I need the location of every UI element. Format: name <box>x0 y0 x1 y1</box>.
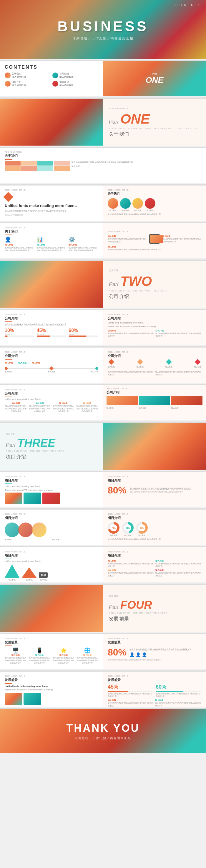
pl-1: 输入标题 <box>106 407 138 409</box>
dev-sub-16: 输入你的内容描述文字输入你的内容描述文字输入你的内容描述文字 <box>108 659 201 661</box>
part-four-subtitle: ADD YOUR TITLE HERE AND YOUR TITLE HERE <box>109 612 200 614</box>
company-desc-8r: Unified fonts make reading more fluent. <box>108 322 201 324</box>
part-four-image <box>0 585 103 632</box>
one-word: ONE <box>120 111 150 127</box>
dev-label-3: 输入标题 <box>53 654 74 657</box>
dev-desc-2: 输入你的内容描述文字输入你的内容描述文字输入你的内容描述文字 <box>29 657 51 664</box>
part-one-small: Part <box>146 72 164 75</box>
dev-desc-4: 输入你的内容描述文字输入你的内容描述文字输入你的内容描述文字 <box>77 657 99 664</box>
fi-label-3: 输入标题 <box>52 402 75 405</box>
add-title-8l: ADD YOUR TITLE <box>5 313 98 315</box>
photo-row-12 <box>5 493 98 504</box>
circle-1 <box>108 198 118 209</box>
about-desc: 输入你的内容描述文字输入你的内容描述文字输入你的内容描述文字 <box>72 161 201 164</box>
dev-unified-right: ADD YOUR TITLE 发展前景 45% 输入你的内容描述文字输入你的内容… <box>103 672 206 707</box>
laptop-icon <box>149 234 160 244</box>
fi-desc-3: 输入你的内容描述文字输入你的内容描述文字输入你的内容描述文字 <box>52 405 75 413</box>
icon-label-3: 输入标题 <box>69 243 98 246</box>
person-row: 👤 👤 👤 <box>129 652 191 657</box>
dev-section-17r: 发展前景 <box>108 678 201 682</box>
grid-cell <box>37 161 53 165</box>
tl-label-3: 输入标题 <box>91 370 98 373</box>
accent-divider <box>5 159 12 160</box>
pbar-fill-1 <box>108 691 128 692</box>
circle-label-1: 输入标题 <box>108 209 118 212</box>
contents-item-2: 公司介绍 输入你的标题 <box>52 72 98 79</box>
il-1: 输入标题 输入你的内容描述文字输入你的内容描述文字输入你的内容描述文字 <box>108 699 154 707</box>
part-two-subtitle: ADD YOUR TITLE HERE AND YOUR TITLE HERE <box>109 290 200 292</box>
tri-label-3: 输入标题 <box>40 579 47 581</box>
add-title-10l: ADD YOUR TITLE <box>5 389 98 391</box>
add-title-16r: ADD YOUR TITLE <box>108 638 201 640</box>
add-title-12l: ADD YOUR TITLE <box>5 475 98 477</box>
col-1: 公司介绍 输入你的内容描述文字输入你的内容描述文字输入你的内容描述文字 <box>108 329 154 338</box>
pbar-bg-1 <box>108 691 153 692</box>
add-title-14r: ADD YOUR TITLE <box>108 551 201 553</box>
contents-item-3: 项目介绍 输入你的标题 <box>5 81 51 87</box>
pct-2: 45% <box>37 328 67 333</box>
dt-diamond-2 <box>137 359 143 365</box>
add-title-16l: ADD YOUR TITLE <box>5 638 98 640</box>
about-input-title: 输入标题 <box>72 165 201 168</box>
donut-label-2: 输入标题 <box>122 534 134 537</box>
thankyou-text: THANK YOU <box>66 722 139 735</box>
bar-3 <box>69 336 86 337</box>
subtitle: 计划总结／工作汇报／商务通用汇报 <box>57 36 148 40</box>
dev-icon-star: ⭐ <box>53 647 74 654</box>
donut-label-1: 输入标题 <box>108 534 120 537</box>
project-section-13: 项目介绍 <box>5 516 98 520</box>
tl-label-1: 输入标题 <box>5 370 12 373</box>
triangles-right: ADD YOUR TITLE 项目介绍 输入标题 输入你的内容描述文字输入你的内… <box>103 547 206 582</box>
dev-section-16: 发展前景 <box>5 640 98 645</box>
circle-2 <box>120 198 131 209</box>
flow-row: 输入标题 → 输入标题 → 输入标题 <box>5 361 98 365</box>
circle-yellow <box>32 523 47 537</box>
bar-1 <box>5 336 8 337</box>
circle-item-1: 输入标题 <box>108 198 118 212</box>
company-section-9r: 公司介绍 <box>108 354 201 358</box>
theme-color-note: Theme color makes PPT more convenient to… <box>108 326 201 328</box>
slide-project-theme: ADD YOUR TITLE 项目介绍 Unified fonts make r… <box>0 472 206 507</box>
item-label-2: 公司介绍 <box>59 72 74 75</box>
desc-2: 输入你的内容描述文字输入你的内容描述文字输入你的内容描述文字 <box>155 371 201 376</box>
pct-label-1: Keyword <box>5 333 34 335</box>
input-group-left: 输入标题 输入你的内容描述文字输入你的内容描述文字输入你的内容描述文字 <box>108 235 147 243</box>
col-b-1: 输入你的内容描述文字输入你的内容描述文字输入你的内容描述文字 <box>108 332 154 338</box>
part-three-image <box>103 423 206 470</box>
dev-icon-mobile: 📱 <box>29 647 51 654</box>
slide-company-stats: ADD YOUR TITLE 公司介绍 输入你的内容描述文字输入你的内容描述文字… <box>0 310 206 345</box>
add-title-10r: ADD YOUR TITLE <box>106 388 203 390</box>
contents-panel: CONTENTS 关于我们 输入你的标题 公司介绍 输入你的标题 项目介绍 <box>0 61 103 96</box>
fi-4: 输入标题 输入你的内容描述文字输入你的内容描述文字输入你的内容描述文字 <box>76 402 99 413</box>
add-title-4: ADD YOUR TITLE <box>5 151 201 153</box>
circle-orange <box>18 523 33 537</box>
tl-label-2: 输入标题 <box>48 370 55 373</box>
circles-left: ADD YOUR TITLE 项目介绍 输入标题 输入标题 <box>0 509 103 545</box>
add-title-13r: ADD YOUR TITLE <box>108 513 201 515</box>
photo-1 <box>106 396 138 405</box>
slide-unified-1: ADD YOUR TITLE Unified fonts make readin… <box>0 186 206 221</box>
add-title-label: ADD YOUR TITLE <box>109 107 200 110</box>
add-title-5r: ADD YOUR TITLE <box>108 189 201 191</box>
img-17-2 <box>24 693 41 705</box>
ig-desc-4: 输入你的内容描述文字输入你的内容描述文字输入你的内容描述文字 <box>155 572 201 577</box>
contents-item-1: 关于我们 输入你的标题 <box>5 72 51 79</box>
contents-item-4: 前景展望 输入你的标题 <box>52 81 98 87</box>
item-label-1: 关于我们 <box>12 72 26 75</box>
dev-label-2: 输入标题 <box>29 654 51 657</box>
input-val-c: 输入你的内容描述文字输入你的内容描述文字输入你的内容描述文字 <box>108 248 201 251</box>
slide-part-three: 项目介绍 Part THREE ADD YOUR TITLE HERE AND … <box>0 423 206 470</box>
about-right: ADD YOUR TITLE 关于我们 输入标题 输入标题 输入标题 输入标题 … <box>103 186 206 221</box>
dev-icon-1: 🖥️ 输入标题 输入你的内容描述文字输入你的内容描述文字输入你的内容描述文字 <box>5 647 26 664</box>
part-one-big: ONE <box>146 75 164 85</box>
add-title-14l: ADD YOUR TITLE <box>5 551 98 553</box>
pct-3: 60% <box>69 328 98 333</box>
accent-8 <box>5 321 12 322</box>
dt-line-1 <box>116 362 135 362</box>
two-word: TWO <box>120 273 152 289</box>
dev-unified-left: ADD YOUR TITLE 发展前景 Unified fonts make r… <box>0 672 103 707</box>
accent-16 <box>5 646 12 646</box>
circle-3 <box>132 198 143 209</box>
grid-section <box>5 161 70 171</box>
ig-desc-2: 输入你的内容描述文字输入你的内容描述文字输入你的内容描述文字 <box>155 562 201 568</box>
